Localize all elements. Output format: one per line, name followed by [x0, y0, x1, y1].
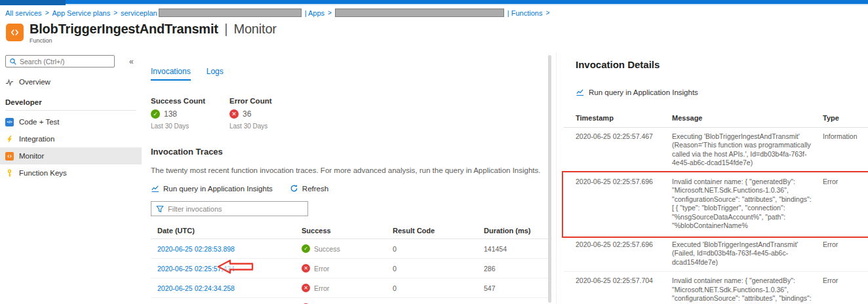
breadcrumb-separator: > [45, 9, 49, 16]
message-cell: Executed 'BlobTriggerIngestAndTransmit' … [672, 240, 823, 267]
timestamp-cell: 2020-06-25 02:25:57.696 [576, 178, 672, 231]
breadcrumb: All services > App Service plans > servi… [5, 9, 549, 17]
details-run-query-link[interactable]: Run query in Application Insights [576, 88, 868, 96]
sidebar-item-label: Overview [19, 78, 50, 86]
invocation-traces-table: Date (UTC) Success Result Code Duration … [151, 224, 552, 304]
filter-invocations-input[interactable] [168, 205, 292, 213]
redacted-app-name [335, 9, 504, 17]
search-icon [9, 58, 17, 66]
status-label: Error [314, 284, 329, 292]
success-count-caption: Last 30 Days [151, 123, 229, 130]
breadcrumb-functions[interactable]: | Functions [507, 9, 543, 17]
filter-invocations-box[interactable] [151, 201, 308, 216]
sidebar-item-monitor[interactable]: Monitor [0, 147, 142, 164]
table-row[interactable]: 2020-06-25 02:24:34.258 ✕Error 0 547 [151, 278, 552, 298]
result-code-cell: 0 [393, 284, 484, 292]
column-header-date: Date (UTC) [157, 227, 302, 235]
success-check-icon: ✓ [302, 244, 310, 253]
message-cell: Invalid container name: { "generatedBy":… [672, 178, 823, 231]
table-row[interactable]: 2020-06-25 02:28:53.898 ✓Success 0 14145… [151, 239, 552, 259]
sidebar-item-integration[interactable]: Integration [0, 130, 142, 147]
timestamp-cell: 2020-06-25 02:25:57.704 [576, 276, 672, 304]
column-header-timestamp: Timestamp [576, 114, 672, 123]
sidebar-item-label: Code + Test [19, 118, 59, 126]
sidebar-item-label: Integration [19, 135, 54, 143]
type-cell: Error [823, 240, 868, 267]
details-header-row: Timestamp Message Type [564, 109, 868, 128]
sidebar-item-label: Function Keys [19, 169, 67, 177]
invocation-traces-description: The twenty most recent function invocati… [151, 166, 552, 174]
invocation-details-pane: Invocation Details Run query in Applicat… [564, 55, 868, 304]
message-cell: Invalid container name: { "generatedBy":… [672, 276, 823, 304]
page-header: BlobTriggerIngestAndTransmit | Monitor F… [6, 22, 277, 44]
title-separator: | [222, 22, 230, 36]
filter-icon [156, 205, 164, 213]
sidebar-search[interactable] [5, 55, 115, 67]
table-row[interactable]: 2020-06-25 02:20:29.659 ✕Error 0 560 [151, 298, 552, 304]
table-row[interactable]: 2020-06-25 02:25:57.424 ✕Error 0 286 [151, 259, 552, 278]
tab-invocations[interactable]: Invocations [151, 67, 191, 81]
refresh-button[interactable]: Refresh [290, 184, 328, 193]
scrollbar[interactable] [548, 55, 551, 303]
error-count-label: Error Count [229, 97, 308, 105]
error-cross-icon: ✕ [302, 264, 310, 273]
details-row-highlighted: 2020-06-25 02:25:57.696 Invalid containe… [564, 173, 868, 236]
sidebar-section-developer: Developer [0, 90, 142, 110]
status-label: Error [314, 265, 329, 273]
column-header-message: Message [672, 114, 823, 123]
run-query-link[interactable]: Run query in Application Insights [151, 184, 273, 193]
sidebar-item-overview[interactable]: Overview [0, 73, 142, 90]
error-count-caption: Last 30 Days [229, 123, 308, 130]
breadcrumb-separator: > [328, 9, 332, 16]
code-test-icon: </> [5, 118, 14, 126]
search-input[interactable] [20, 58, 105, 66]
success-count-label: Success Count [151, 97, 229, 105]
collapse-sidebar-button[interactable]: « [129, 57, 134, 66]
invocation-date-link[interactable]: 2020-06-25 02:24:34.258 [157, 284, 235, 292]
monitor-icon [5, 152, 14, 161]
breadcrumb-separator: > [545, 9, 549, 16]
breadcrumb-serviceplan[interactable]: serviceplan [121, 9, 157, 17]
chart-icon [576, 88, 584, 96]
type-cell: Error [823, 178, 868, 231]
top-nav-bar-left-segment [0, 0, 66, 5]
result-code-cell: 0 [393, 265, 484, 273]
annotation-arrow [216, 259, 254, 275]
main-pane: Invocations Logs Success Count ✓ 138 Las… [151, 52, 552, 304]
tab-logs[interactable]: Logs [207, 67, 224, 81]
table-header-row: Date (UTC) Success Result Code Duration … [151, 224, 552, 239]
breadcrumb-all-services[interactable]: All services [5, 9, 42, 17]
breadcrumb-app-service-plans[interactable]: App Service plans [52, 9, 110, 17]
error-count-value: 36 [243, 109, 251, 119]
details-row: 2020-06-25 02:25:57.704 Invalid containe… [564, 272, 868, 304]
pane-divider [556, 52, 557, 304]
page-subtitle: Function [30, 37, 277, 44]
lightning-icon [5, 135, 14, 143]
top-nav-bar [0, 0, 868, 5]
timestamp-cell: 2020-06-25 02:25:57.696 [576, 240, 672, 267]
duration-cell: 547 [484, 284, 552, 292]
type-cell: Information [823, 132, 868, 168]
sidebar-item-code-test[interactable]: </> Code + Test [0, 113, 142, 130]
column-header-type: Type [823, 114, 868, 123]
invocation-details-title: Invocation Details [576, 59, 868, 70]
refresh-icon [290, 184, 298, 193]
column-header-result-code: Result Code [393, 227, 484, 235]
function-name: BlobTriggerIngestAndTransmit [30, 22, 218, 36]
blade-name: Monitor [233, 22, 276, 36]
overview-icon [5, 78, 14, 86]
status-label: Success [314, 245, 340, 253]
redacted-serviceplan-name [159, 9, 302, 17]
error-count-tile: Error Count ✕ 36 Last 30 Days [229, 97, 308, 130]
sidebar: « Overview Developer </> Code + Test Int… [0, 52, 142, 304]
azure-portal-function-monitor: All services > App Service plans > servi… [0, 0, 868, 304]
success-count-value: 138 [164, 109, 177, 119]
sidebar-item-label: Monitor [19, 152, 44, 160]
breadcrumb-apps[interactable]: | Apps [305, 9, 325, 17]
page-title: BlobTriggerIngestAndTransmit | Monitor [30, 22, 277, 37]
refresh-label: Refresh [302, 185, 328, 193]
column-header-success: Success [302, 227, 393, 235]
invocation-date-link[interactable]: 2020-06-25 02:28:53.898 [157, 245, 235, 253]
tab-bar: Invocations Logs [151, 67, 552, 81]
sidebar-item-function-keys[interactable]: Function Keys [0, 164, 142, 181]
